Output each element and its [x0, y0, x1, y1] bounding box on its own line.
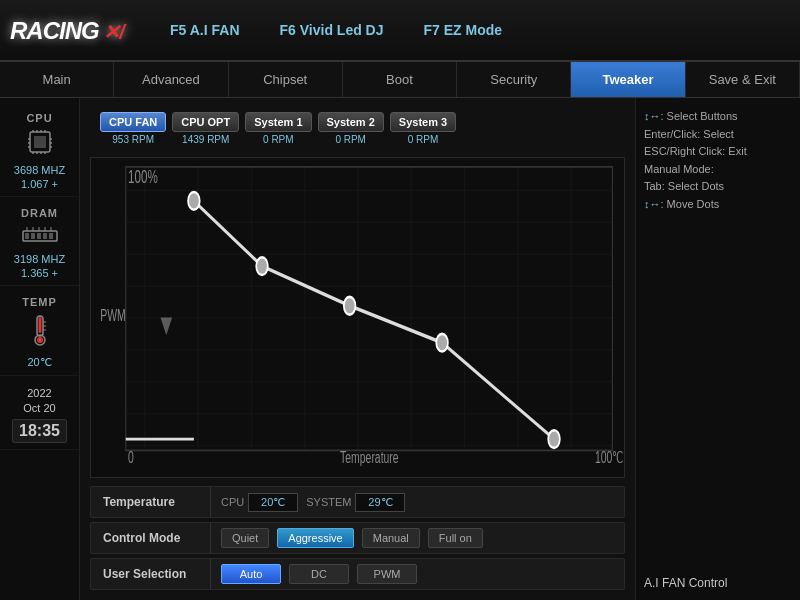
dram-volt: 1.365 + [21, 267, 58, 279]
thermometer-icon [28, 312, 52, 354]
sel-dc[interactable]: DC [289, 564, 349, 584]
logo: RACING ✕/ [10, 6, 150, 54]
help-line-3: ESC/Right Click: Exit [644, 143, 792, 161]
cpu-temp-value: 20℃ [248, 493, 298, 512]
cpu-freq: 3698 MHZ [14, 164, 65, 176]
dram-label: DRAM [21, 207, 58, 219]
sel-auto[interactable]: Auto [221, 564, 281, 584]
tab-tweaker[interactable]: Tweaker [571, 62, 685, 97]
system-temp-label: SYSTEM [306, 496, 351, 508]
mode-quiet[interactable]: Quiet [221, 528, 269, 548]
svg-point-30 [37, 337, 43, 343]
fan-btn-cpu-opt[interactable]: CPU OPT 1439 RPM [172, 112, 239, 145]
chart-container[interactable]: 100% PWM 0 Temperature 100℃ [90, 157, 625, 478]
fan-label-system1: System 1 [245, 112, 311, 132]
tab-main[interactable]: Main [0, 62, 114, 97]
control-mode-row: Control Mode Quiet Aggressive Manual Ful… [90, 522, 625, 554]
fan-speed-system3: 0 RPM [408, 134, 439, 145]
temp-value: 20℃ [27, 356, 51, 369]
control-mode-options: Quiet Aggressive Manual Full on [211, 528, 624, 548]
svg-rect-17 [25, 233, 29, 239]
sidebar-datetime: 2022Oct 20 18:35 [0, 380, 79, 450]
nav-tabs: Main Advanced Chipset Boot Security Twea… [0, 62, 800, 98]
fan-label-system2: System 2 [318, 112, 384, 132]
bottom-controls: Temperature CPU 20℃ SYSTEM 29℃ Control M… [90, 486, 625, 590]
cpu-icon [22, 128, 58, 162]
fan-label-cpu-opt: CPU OPT [172, 112, 239, 132]
fan-btn-cpu-fan[interactable]: CPU FAN 953 RPM [100, 112, 166, 145]
help-text: ↕↔: Select Buttons Enter/Click: Select E… [644, 108, 792, 214]
fan-btn-system2[interactable]: System 2 0 RPM [318, 112, 384, 145]
sidebar-cpu: CPU [0, 106, 79, 197]
svg-rect-34 [126, 167, 613, 451]
fan-selector: CPU FAN 953 RPM CPU OPT 1439 RPM System … [90, 108, 625, 149]
sel-pwm[interactable]: PWM [357, 564, 417, 584]
help-line-2: Enter/Click: Select [644, 126, 792, 144]
fan-speed-cpu-opt: 1439 RPM [182, 134, 229, 145]
svg-point-38 [344, 297, 356, 315]
user-selection-options: Auto DC PWM [211, 564, 624, 584]
svg-point-37 [256, 257, 268, 275]
shortcut-f6[interactable]: F6 Vivid Led DJ [280, 22, 384, 38]
svg-rect-1 [34, 136, 46, 148]
mode-manual[interactable]: Manual [362, 528, 420, 548]
svg-text:100%: 100% [128, 166, 158, 186]
tab-chipset[interactable]: Chipset [229, 62, 343, 97]
tab-advanced[interactable]: Advanced [114, 62, 228, 97]
sidebar-time: 18:35 [12, 419, 67, 443]
fan-label-system3: System 3 [390, 112, 456, 132]
control-mode-label: Control Mode [91, 523, 211, 553]
fan-speed-system1: 0 RPM [263, 134, 294, 145]
tab-security[interactable]: Security [457, 62, 571, 97]
temperature-row: Temperature CPU 20℃ SYSTEM 29℃ [90, 486, 625, 518]
sidebar-dram: DRAM 3198 MHZ 1.365 + [0, 201, 79, 286]
svg-rect-21 [49, 233, 53, 239]
cpu-temp-label: CPU [221, 496, 244, 508]
shortcut-f5[interactable]: F5 A.I FAN [170, 22, 240, 38]
fan-btn-system3[interactable]: System 3 0 RPM [390, 112, 456, 145]
svg-text:Temperature: Temperature [340, 449, 399, 467]
logo-text: RACING ✕/ [10, 15, 124, 46]
mode-full-on[interactable]: Full on [428, 528, 483, 548]
system-temp-value: 29℃ [355, 493, 405, 512]
right-sidebar: ↕↔: Select Buttons Enter/Click: Select E… [635, 98, 800, 600]
help-line-6: ↕↔: Move Dots [644, 196, 792, 214]
svg-point-40 [548, 430, 560, 448]
svg-rect-18 [31, 233, 35, 239]
tab-boot[interactable]: Boot [343, 62, 457, 97]
system-temp-field: SYSTEM 29℃ [306, 493, 405, 512]
fan-btn-system1[interactable]: System 1 0 RPM [245, 112, 311, 145]
svg-text:100℃: 100℃ [595, 449, 624, 467]
left-sidebar: CPU [0, 98, 80, 600]
tab-save-exit[interactable]: Save & Exit [686, 62, 800, 97]
help-line-1: ↕↔: Select Buttons [644, 108, 792, 126]
help-line-4: Manual Mode: [644, 161, 792, 179]
svg-text:PWM: PWM [100, 307, 125, 325]
cpu-volt: 1.067 + [21, 178, 58, 190]
svg-rect-20 [43, 233, 47, 239]
fan-label-cpu-fan: CPU FAN [100, 112, 166, 132]
user-selection-label: User Selection [91, 559, 211, 589]
svg-point-39 [436, 334, 448, 352]
help-line-5: Tab: Select Dots [644, 178, 792, 196]
content-area: CPU FAN 953 RPM CPU OPT 1439 RPM System … [80, 98, 635, 600]
temperature-options: CPU 20℃ SYSTEM 29℃ [211, 493, 624, 512]
sidebar-temp: TEMP 20℃ [0, 290, 79, 376]
sidebar-date: 2022Oct 20 [23, 386, 55, 417]
temp-label: TEMP [22, 296, 57, 308]
svg-point-36 [188, 192, 200, 210]
dram-icon [21, 223, 59, 251]
ai-fan-label: A.I FAN Control [644, 566, 792, 590]
svg-rect-19 [37, 233, 41, 239]
mode-aggressive[interactable]: Aggressive [277, 528, 353, 548]
temperature-label: Temperature [91, 487, 211, 517]
main-layout: CPU [0, 98, 800, 600]
top-shortcuts: F5 A.I FAN F6 Vivid Led DJ F7 EZ Mode [170, 22, 502, 38]
svg-text:0: 0 [128, 449, 134, 467]
fan-speed-system2: 0 RPM [335, 134, 366, 145]
shortcut-f7[interactable]: F7 EZ Mode [424, 22, 503, 38]
cpu-temp-field: CPU 20℃ [221, 493, 298, 512]
user-selection-row: User Selection Auto DC PWM [90, 558, 625, 590]
cpu-label: CPU [26, 112, 52, 124]
svg-rect-28 [38, 317, 41, 333]
